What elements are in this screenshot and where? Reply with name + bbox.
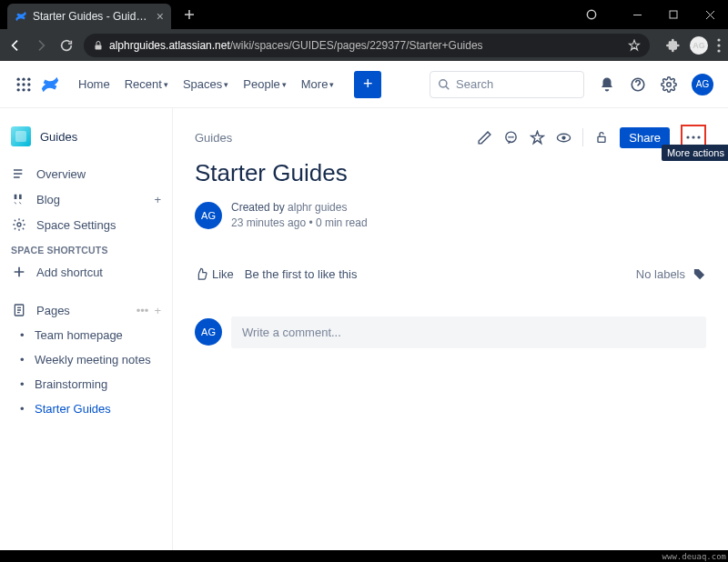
svg-rect-1 bbox=[670, 11, 677, 18]
tab-title: Starter Guides - Guides - Conflue bbox=[33, 10, 151, 23]
sidebar-blog[interactable]: Blog + bbox=[7, 186, 165, 212]
page-weekly-meeting[interactable]: Weekly meeting notes bbox=[7, 347, 165, 372]
like-button[interactable]: Like bbox=[195, 267, 234, 281]
extensions-icon[interactable] bbox=[666, 38, 681, 53]
notifications-icon[interactable] bbox=[599, 76, 615, 93]
help-icon[interactable] bbox=[630, 76, 646, 93]
page-content: Guides Share More actions Starter Guides… bbox=[173, 108, 728, 550]
sidebar-pages[interactable]: Pages •••+ bbox=[7, 297, 165, 323]
nav-home[interactable]: Home bbox=[73, 74, 116, 95]
space-logo-icon bbox=[11, 126, 31, 146]
pages-more-icon[interactable]: ••• bbox=[136, 304, 149, 317]
svg-rect-2 bbox=[96, 45, 102, 49]
svg-point-12 bbox=[17, 88, 20, 91]
svg-point-29 bbox=[697, 135, 700, 138]
author-link[interactable]: alphr guides bbox=[288, 201, 347, 214]
label-icon[interactable] bbox=[693, 267, 706, 281]
confluence-logo-icon[interactable] bbox=[40, 75, 60, 95]
global-nav: Home Recent▾ Spaces▾ People▾ More▾ + Sea… bbox=[0, 61, 728, 108]
svg-point-18 bbox=[17, 223, 21, 226]
svg-point-0 bbox=[587, 10, 595, 18]
svg-point-4 bbox=[717, 44, 720, 46]
star-icon[interactable] bbox=[530, 130, 545, 146]
svg-point-23 bbox=[513, 136, 514, 137]
watermark: www.deuaq.com bbox=[662, 552, 726, 561]
like-prompt: Be the first to like this bbox=[245, 267, 358, 281]
svg-point-27 bbox=[686, 135, 689, 138]
add-page-icon[interactable]: + bbox=[154, 304, 161, 317]
sidebar-add-shortcut[interactable]: Add shortcut bbox=[7, 259, 165, 285]
gear-icon bbox=[11, 217, 27, 232]
restrictions-icon[interactable] bbox=[594, 130, 609, 145]
page-byline: AG Created by alphr guides 23 minutes ag… bbox=[195, 200, 706, 231]
svg-point-15 bbox=[440, 79, 447, 86]
nav-people[interactable]: People▾ bbox=[238, 74, 291, 95]
more-actions-tooltip: More actions bbox=[662, 145, 728, 161]
add-blog-icon[interactable]: + bbox=[154, 193, 161, 206]
window-minimize[interactable] bbox=[619, 0, 655, 29]
close-icon[interactable]: × bbox=[157, 9, 164, 24]
search-icon bbox=[438, 78, 450, 91]
svg-point-11 bbox=[27, 83, 30, 85]
window-close[interactable] bbox=[692, 0, 728, 29]
star-icon[interactable] bbox=[628, 39, 641, 52]
new-tab-button[interactable] bbox=[178, 4, 200, 25]
chevron-down-icon: ▾ bbox=[224, 80, 228, 89]
chevron-down-icon: ▾ bbox=[282, 80, 287, 89]
breadcrumb[interactable]: Guides bbox=[195, 131, 232, 145]
svg-point-25 bbox=[562, 135, 566, 139]
page-brainstorming[interactable]: Brainstorming bbox=[7, 372, 165, 396]
search-input[interactable]: Search bbox=[430, 71, 584, 98]
svg-point-10 bbox=[22, 83, 25, 85]
browser-tab[interactable]: Starter Guides - Guides - Conflue × bbox=[7, 4, 171, 29]
sidebar-overview[interactable]: Overview bbox=[7, 161, 165, 186]
address-bar[interactable]: alphrguides.atlassian.net/wiki/spaces/GU… bbox=[84, 34, 650, 57]
nav-spaces[interactable]: Spaces▾ bbox=[177, 74, 234, 95]
commenter-avatar[interactable]: AG bbox=[195, 318, 222, 346]
svg-point-8 bbox=[27, 77, 30, 80]
plus-icon bbox=[11, 265, 27, 279]
window-maximize[interactable] bbox=[655, 0, 692, 29]
app-switcher-icon[interactable] bbox=[15, 75, 33, 94]
author-avatar[interactable]: AG bbox=[195, 202, 222, 229]
edit-icon[interactable] bbox=[477, 130, 492, 146]
lock-icon bbox=[93, 40, 104, 51]
svg-point-28 bbox=[692, 135, 694, 138]
svg-point-13 bbox=[22, 88, 25, 91]
space-header[interactable]: Guides bbox=[7, 121, 165, 152]
comment-icon[interactable] bbox=[503, 130, 519, 146]
shortcuts-heading: SPACE SHORTCUTS bbox=[7, 237, 165, 259]
svg-point-22 bbox=[511, 136, 511, 137]
reload-button[interactable] bbox=[58, 38, 75, 53]
nav-more[interactable]: More▾ bbox=[296, 74, 340, 95]
chrome-menu-icon[interactable] bbox=[717, 38, 721, 53]
no-labels-text: No labels bbox=[636, 267, 685, 281]
user-avatar[interactable]: AG bbox=[692, 74, 713, 95]
blog-icon bbox=[11, 192, 27, 206]
svg-point-6 bbox=[17, 77, 20, 80]
thumbs-up-icon bbox=[195, 267, 208, 281]
svg-point-9 bbox=[17, 83, 20, 85]
chevron-down-icon: ▾ bbox=[329, 80, 334, 89]
svg-point-17 bbox=[667, 82, 672, 86]
shield-icon[interactable] bbox=[573, 0, 610, 29]
comment-input[interactable]: Write a comment... bbox=[231, 316, 706, 348]
page-starter-guides[interactable]: Starter Guides bbox=[7, 396, 165, 421]
svg-point-7 bbox=[22, 77, 25, 80]
settings-icon[interactable] bbox=[661, 76, 677, 93]
create-button[interactable]: + bbox=[354, 71, 381, 98]
profile-avatar[interactable]: AG bbox=[690, 36, 708, 55]
svg-point-5 bbox=[717, 49, 720, 52]
page-title: Starter Guides bbox=[195, 159, 706, 187]
watch-icon[interactable] bbox=[556, 130, 571, 146]
chevron-down-icon: ▾ bbox=[164, 80, 168, 89]
back-button[interactable] bbox=[7, 38, 24, 53]
overview-icon bbox=[11, 166, 27, 181]
url-domain: alphrguides.atlassian.net bbox=[109, 39, 230, 52]
page-team-homepage[interactable]: Team homepage bbox=[7, 323, 165, 347]
sidebar-space-settings[interactable]: Space Settings bbox=[7, 212, 165, 237]
nav-recent[interactable]: Recent▾ bbox=[119, 74, 174, 95]
url-path: /wiki/spaces/GUIDES/pages/229377/Starter… bbox=[230, 39, 483, 52]
confluence-app: Home Recent▾ Spaces▾ People▾ More▾ + Sea… bbox=[0, 61, 728, 554]
forward-button bbox=[33, 38, 49, 53]
